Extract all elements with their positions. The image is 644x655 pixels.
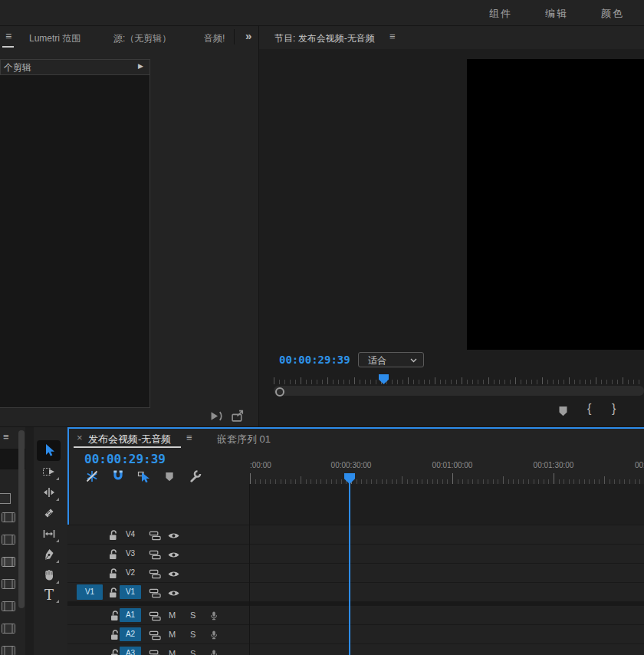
mark-out-button[interactable]: } — [612, 402, 616, 416]
mute-button[interactable]: M — [169, 649, 176, 655]
zoom-level-dropdown[interactable]: 适合 — [358, 352, 424, 367]
slip-icon — [42, 527, 56, 541]
sync-lock-icon[interactable] — [149, 611, 162, 622]
submenu-corner — [56, 581, 59, 584]
mute-button[interactable]: M — [169, 611, 176, 620]
tool-razor[interactable] — [38, 505, 60, 522]
tab-lumetri-scopes[interactable]: Lumetri 范围 — [29, 32, 80, 45]
workspace-tab-color[interactable]: 颜色 — [601, 7, 624, 21]
sync-lock-icon[interactable] — [149, 530, 162, 541]
scopes-preset-dropdown[interactable]: 个剪辑 ▶ — [0, 59, 150, 75]
scopes-display-area — [0, 75, 150, 408]
eye-icon[interactable] — [167, 569, 180, 579]
sync-lock-icon[interactable] — [149, 568, 162, 580]
linked-selection-toggle-button[interactable] — [137, 469, 151, 483]
mark-in-button[interactable]: { — [587, 402, 591, 416]
timeline-panel-menu-icon[interactable]: ≡ — [186, 432, 192, 443]
track-target-button[interactable]: V2 — [120, 566, 141, 580]
nest-insert-toggle-button[interactable] — [85, 469, 99, 483]
panel-menu-icon[interactable]: ≡ — [5, 30, 12, 42]
tool-slip[interactable] — [38, 525, 60, 542]
ruler-label: :00:00 — [250, 461, 271, 469]
eye-icon[interactable] — [167, 531, 180, 541]
sync-lock-icon[interactable] — [149, 630, 162, 641]
timeline-tab-underline — [74, 446, 181, 448]
timeline-tab-nested-sequence[interactable]: 嵌套序列 01 — [217, 433, 271, 446]
timeline-timecode[interactable]: 00:00:29:39 — [84, 452, 166, 466]
tool-hand[interactable] — [38, 567, 60, 584]
premiere-window: 组件 编辑 颜色 ≡ Lumetri 范围 源:（无剪辑） 音频! » 节目: … — [0, 0, 644, 655]
timeline-add-marker-button[interactable] — [164, 470, 175, 482]
workspace-tab-edit[interactable]: 编辑 — [545, 7, 568, 21]
mic-icon[interactable] — [209, 629, 219, 641]
mute-button[interactable]: M — [169, 630, 176, 639]
audio-track-row-a3: A3 M S — [67, 643, 644, 655]
timeline-ruler-labels[interactable]: :00:00 00:00:30:00 00:01:00:00 00:01:30:… — [249, 460, 644, 471]
close-tab-icon[interactable]: × — [77, 432, 83, 443]
tool-type[interactable]: T — [38, 586, 60, 603]
lock-icon[interactable] — [107, 548, 120, 561]
program-scrollbar[interactable] — [274, 386, 644, 396]
timeline-settings-button[interactable] — [189, 469, 202, 483]
play-around-button[interactable] — [209, 410, 225, 423]
project-panel-scrollbar[interactable] — [18, 430, 25, 608]
clip-thumbnail[interactable] — [2, 579, 15, 589]
timeline-tab-active[interactable]: 发布会视频-无音频 — [88, 433, 171, 446]
ruler-label: 00:00:30:00 — [331, 461, 372, 469]
tool-track-select-forward[interactable] — [38, 463, 60, 480]
mic-icon[interactable] — [209, 648, 219, 655]
track-select-icon — [42, 465, 56, 479]
sync-lock-icon[interactable] — [149, 549, 162, 561]
timeline-playhead-line[interactable] — [349, 482, 350, 655]
tool-selection[interactable] — [38, 442, 60, 459]
clip-thumbnail[interactable] — [2, 646, 15, 655]
track-target-button[interactable]: V1 — [120, 585, 141, 599]
workspace-tab-assembly[interactable]: 组件 — [489, 7, 512, 21]
track-target-button[interactable]: A1 — [120, 608, 141, 622]
project-header-fragment — [0, 493, 11, 504]
export-frame-button[interactable] — [231, 410, 245, 423]
wrench-icon — [189, 469, 202, 483]
mic-icon[interactable] — [209, 610, 219, 622]
lock-icon[interactable] — [107, 587, 120, 599]
submenu-corner — [56, 477, 59, 480]
project-panel-menu-icon[interactable]: ≡ — [3, 431, 9, 443]
clip-thumbnail[interactable] — [2, 535, 15, 545]
clip-thumbnail[interactable] — [2, 512, 15, 522]
snap-toggle-button[interactable] — [111, 469, 125, 483]
sync-lock-icon[interactable] — [149, 649, 162, 655]
sync-lock-icon[interactable] — [149, 588, 162, 599]
solo-button[interactable]: S — [190, 611, 196, 620]
tool-ripple-edit[interactable] — [38, 484, 60, 501]
track-target-button[interactable]: A2 — [120, 627, 141, 641]
clip-thumbnail[interactable] — [2, 601, 15, 611]
clip-thumbnail[interactable] — [2, 624, 15, 634]
add-marker-button[interactable] — [557, 404, 569, 417]
eye-icon[interactable] — [167, 588, 180, 598]
program-timecode[interactable]: 00:00:29:39 — [279, 354, 350, 366]
lock-icon[interactable] — [107, 529, 120, 541]
track-target-button[interactable]: A3 — [120, 647, 141, 655]
ruler-label: 00: — [635, 461, 644, 469]
track-target-button[interactable]: V4 — [120, 528, 141, 541]
source-patch-v1[interactable]: V1 — [77, 584, 103, 600]
solo-button[interactable]: S — [190, 649, 196, 655]
divider — [234, 29, 235, 44]
tab-audio-mixer[interactable]: 音频! — [204, 32, 232, 45]
clip-thumbnail[interactable] — [2, 557, 15, 567]
tool-pen[interactable] — [38, 546, 60, 563]
tab-overflow-chevron-icon[interactable]: » — [245, 29, 251, 42]
program-panel-menu-icon[interactable]: ≡ — [389, 31, 396, 42]
track-target-button[interactable]: V3 — [120, 547, 141, 561]
magnet-icon — [111, 469, 125, 483]
marker-icon — [557, 404, 569, 417]
tab-program-monitor[interactable]: 节目: 发布会视频-无音频 — [274, 32, 375, 45]
scrollbar-zoom-handle[interactable] — [275, 387, 284, 397]
tab-source-monitor[interactable]: 源:（无剪辑） — [113, 32, 171, 45]
panel-divider[interactable] — [258, 25, 259, 427]
chevron-down-icon — [410, 358, 417, 363]
solo-button[interactable]: S — [190, 630, 196, 639]
eye-icon[interactable] — [167, 550, 180, 560]
lock-icon[interactable] — [107, 568, 120, 580]
timeline-ruler-ticks-major — [249, 473, 644, 484]
